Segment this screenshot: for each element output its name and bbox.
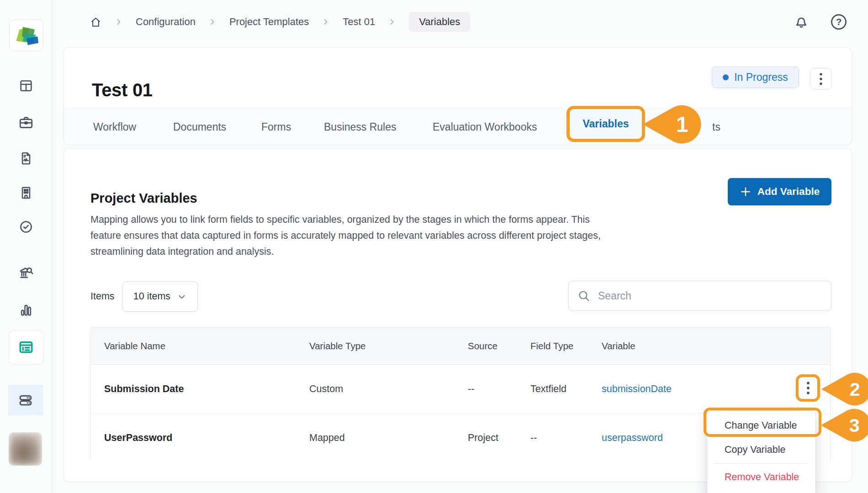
annotation-box-variables-tab: Variables: [566, 106, 645, 142]
cell-name: Submission Date: [104, 365, 184, 413]
menu-item-copy-variable[interactable]: Copy Variable: [707, 438, 815, 462]
page-size-value: 10 items: [133, 291, 170, 302]
help-icon: ?: [830, 13, 848, 31]
tab-business-rules[interactable]: Business Rules: [324, 109, 397, 145]
help-button[interactable]: ?: [829, 12, 849, 32]
sidebar-item-building[interactable]: [17, 184, 35, 202]
row-kebab-icon[interactable]: [805, 381, 811, 395]
annotation-box-row-kebab: [796, 374, 820, 402]
project-header-card: Test 01 In Progress Workflow Documents F…: [64, 47, 852, 145]
sidebar-item-check-circle[interactable]: [17, 218, 35, 236]
sidebar-item-briefcase[interactable]: [17, 113, 35, 131]
kebab-icon: [815, 72, 827, 86]
sidebar-item-form-template-active[interactable]: [8, 330, 44, 365]
bank-search-icon: [18, 265, 34, 280]
cell-variable-link[interactable]: submissionDate: [602, 365, 672, 413]
bar-chart-icon: [19, 303, 33, 317]
logo-leaves-icon: [14, 24, 39, 47]
sidebar: [0, 0, 52, 493]
sidebar-item-bar-chart[interactable]: [17, 301, 35, 319]
tab-documents[interactable]: Documents: [173, 109, 226, 145]
chevron-right-icon: [321, 17, 330, 26]
menu-item-remove-variable[interactable]: Remove Variable: [707, 465, 815, 489]
breadcrumb-configuration[interactable]: Configuration: [136, 16, 196, 28]
col-variable: Variable: [602, 328, 635, 364]
document-chart-icon: [19, 151, 33, 166]
cell-field: --: [530, 414, 537, 462]
tab-partially-hidden[interactable]: ts: [712, 109, 720, 145]
items-label: Items: [90, 281, 115, 312]
annotation-box-change-variable: [704, 408, 821, 437]
layout-icon: [19, 79, 33, 93]
search-icon: [577, 289, 591, 303]
table-header-row: Variable Name Variable Type Source Field…: [91, 328, 830, 365]
home-icon[interactable]: [90, 16, 102, 28]
col-field-type: Field Type: [530, 328, 573, 364]
status-badge[interactable]: In Progress: [712, 67, 799, 88]
add-variable-button[interactable]: Add Variable: [728, 178, 831, 205]
tab-forms[interactable]: Forms: [261, 109, 291, 145]
servers-icon: [17, 392, 34, 409]
chevron-right-icon: [387, 17, 397, 26]
plus-icon: [740, 186, 752, 198]
breadcrumb-variables-current: Variables: [409, 12, 470, 32]
page-size-select[interactable]: 10 items: [122, 281, 198, 312]
add-variable-label: Add Variable: [757, 186, 820, 198]
breadcrumb: Configuration Project Templates Test 01 …: [90, 11, 470, 33]
table-row-submission-date: Submission Date Custom -- Textfield subm…: [91, 365, 830, 414]
chevron-right-icon: [208, 17, 217, 26]
app-screen: Configuration Project Templates Test 01 …: [0, 0, 868, 493]
sidebar-item-layout[interactable]: [17, 77, 35, 95]
status-dot-icon: [723, 74, 729, 80]
sidebar-item-bank-search[interactable]: [17, 263, 35, 282]
chevron-down-icon: [177, 292, 187, 302]
chevron-right-icon: [114, 17, 123, 26]
cell-field: Textfield: [530, 365, 566, 413]
user-avatar[interactable]: [9, 432, 42, 466]
notifications-button[interactable]: [791, 12, 811, 32]
cell-type: Custom: [309, 365, 343, 413]
menu-divider: [715, 463, 808, 464]
search-input[interactable]: [597, 289, 823, 303]
tab-variables-active[interactable]: Variables: [571, 110, 641, 138]
cell-source: Project: [468, 414, 498, 462]
section-description: Mapping allows you to link form fields t…: [90, 212, 703, 260]
col-variable-name: Variable Name: [104, 328, 165, 364]
breadcrumb-project-templates[interactable]: Project Templates: [229, 16, 309, 28]
tab-workflow[interactable]: Workflow: [93, 109, 136, 145]
bell-icon: [793, 13, 810, 31]
sidebar-item-document[interactable]: [17, 149, 35, 168]
app-logo[interactable]: [9, 20, 43, 51]
col-variable-type: Variable Type: [309, 328, 365, 364]
cell-variable-link[interactable]: userpassword: [602, 414, 663, 462]
section-heading: Project Variables: [90, 191, 197, 206]
tabs-bar: Workflow Documents Forms Business Rules …: [64, 109, 852, 145]
col-source: Source: [468, 328, 498, 364]
cell-type: Mapped: [309, 414, 345, 462]
breadcrumb-test-01[interactable]: Test 01: [343, 16, 375, 28]
page-title: Test 01: [92, 80, 153, 100]
tab-evaluation-workbooks[interactable]: Evaluation Workbooks: [433, 109, 537, 145]
form-template-icon: [18, 339, 34, 356]
cell-name: UserPassword: [104, 414, 172, 462]
header-kebab-menu-button[interactable]: [810, 68, 832, 89]
check-circle-icon: [19, 220, 33, 234]
status-label: In Progress: [734, 71, 788, 84]
briefcase-icon: [18, 115, 34, 130]
avatar-image: [9, 432, 42, 466]
svg-text:?: ?: [836, 16, 842, 27]
search-box[interactable]: [568, 281, 831, 311]
cell-source: --: [468, 365, 474, 413]
sidebar-item-servers[interactable]: [8, 385, 43, 415]
building-icon: [19, 185, 33, 200]
